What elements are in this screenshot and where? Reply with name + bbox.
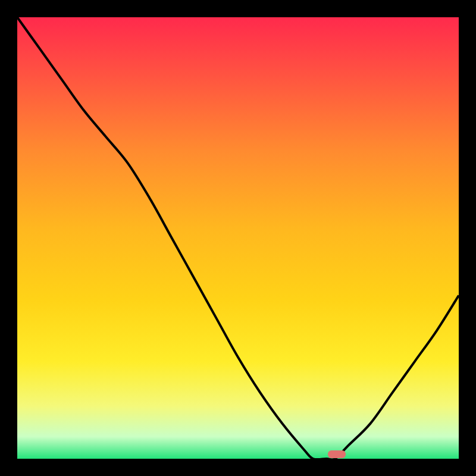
bottleneck-chart <box>0 0 476 476</box>
optimal-marker <box>328 450 346 458</box>
chart-container: TheBottleneck.com <box>0 0 476 476</box>
